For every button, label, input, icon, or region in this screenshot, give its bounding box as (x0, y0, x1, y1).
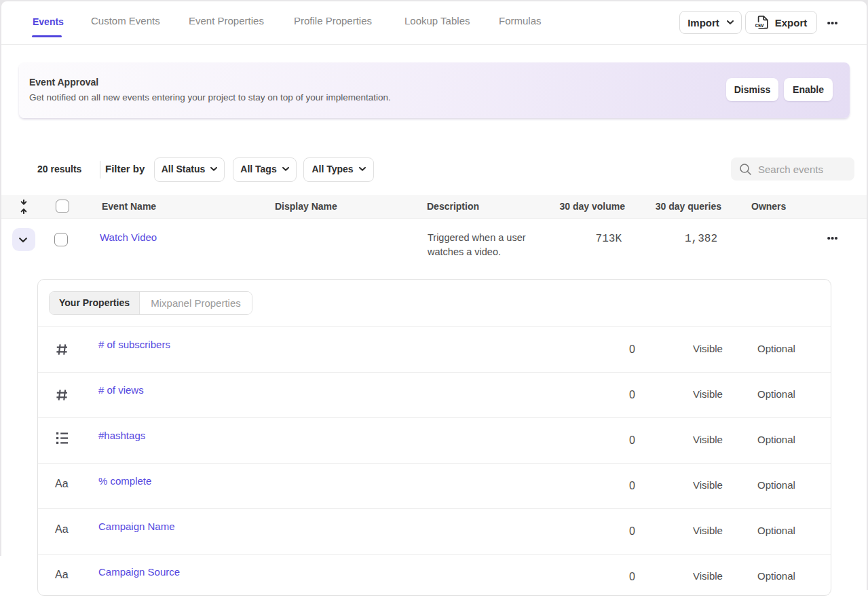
svg-text:csv: csv (755, 22, 764, 29)
